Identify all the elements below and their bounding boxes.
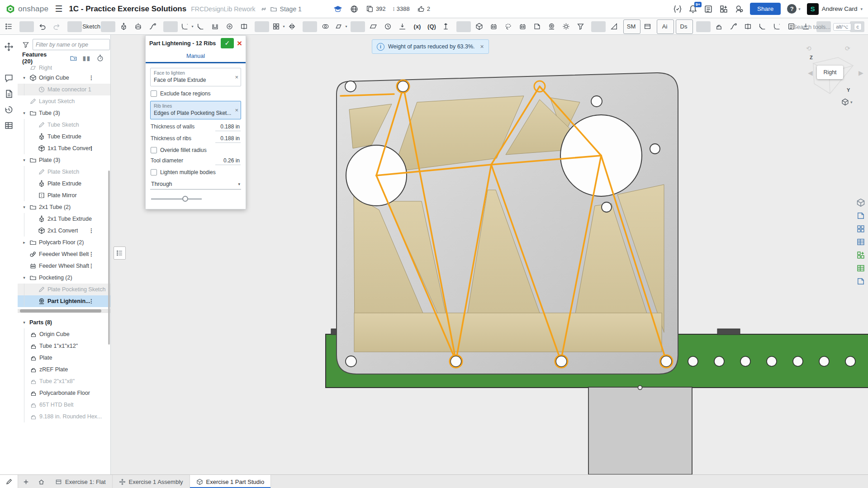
divider[interactable] [456,21,471,32]
toast-close-icon[interactable]: × [480,43,484,50]
expand-chevron[interactable]: ▾ [21,76,27,80]
user-menu[interactable]: S Andrew Card ▾ [807,3,863,15]
clear-selection-icon[interactable]: × [235,74,238,81]
new-folder-icon[interactable] [70,54,77,62]
likes-stat[interactable]: 2 [417,5,430,13]
notifications-bell[interactable]: 9+ [688,5,697,14]
learning-center-icon[interactable] [735,5,744,14]
insert-transform-icon[interactable] [4,42,14,52]
feature-item[interactable]: Tube Extrude [18,131,110,142]
exclude-face-regions-checkbox[interactable]: Exclude face regions [151,90,241,97]
override-fillet-radius-checkbox[interactable]: Overide fillet radius [151,147,241,153]
part-item[interactable]: Plate [18,352,110,364]
feature-item[interactable]: Feeder Wheel Shaft ⋮ [18,260,110,272]
sketch-button[interactable]: Sketch [84,20,99,33]
primitive-cube-icon[interactable] [473,20,488,33]
mirror-icon[interactable] [286,20,300,33]
feature-item[interactable]: ▾ Pocketing (2) [18,272,110,284]
divider[interactable] [696,21,711,32]
fillet-icon[interactable]: ▾ [180,20,194,33]
divider[interactable] [591,21,606,32]
feature-item[interactable]: ▾ Origin Cube ⋮ [18,72,110,84]
tab-exercise-1-part-studio[interactable]: Exercise 1 Part Studio [190,475,271,488]
bom-table-icon[interactable] [4,121,14,130]
feature-item[interactable]: Mate connector 1 [18,84,110,95]
mate-connector-icon[interactable] [440,20,454,33]
revolve-icon[interactable] [132,20,147,33]
tree-horizontal-scrollbar[interactable] [18,309,110,313]
checkbox[interactable] [151,169,157,175]
parts-header[interactable]: ▾ Parts (8) [18,317,110,328]
kebab-menu-icon[interactable]: ⋮ [89,227,94,234]
feature-item[interactable]: Right [18,64,110,72]
divider[interactable] [19,21,34,32]
history-icon[interactable] [4,105,14,114]
main-menu-icon[interactable]: ☰ [55,4,62,14]
expand-chevron[interactable]: ▾ [21,158,27,162]
opacity-slider[interactable] [151,195,202,203]
feature-item[interactable]: ▸ Polycarb Floor (2) [18,237,110,248]
filter-input[interactable] [33,39,110,50]
expand-chevron[interactable]: ▾ [21,111,27,115]
exploded-view-icon[interactable] [856,224,865,233]
feature-item[interactable]: Plate Pocketing Sketch [18,284,110,295]
breadcrumb[interactable]: Stage 1 [260,5,302,13]
feature-item[interactable]: ▾ Tube (3) [18,107,110,119]
configuration-panel-icon[interactable] [856,277,865,286]
share-button[interactable]: Share [750,3,781,15]
lighten-multiple-bodies-checkbox[interactable]: Lighten multiple bodies [151,169,241,175]
part-item[interactable]: Origin Cube [18,328,110,340]
tab-manual[interactable]: Manual [146,51,246,63]
commit-button[interactable]: ✓ [221,38,234,48]
rib-lines-field[interactable]: Rib lines Edges of Plate Pocketing Sket.… [150,101,241,119]
ai-badge[interactable]: Ai [657,19,674,34]
shell-icon[interactable] [209,20,223,33]
feature-item[interactable]: Part Lightenin... ⋮ [18,295,110,307]
cancel-button[interactable]: × [237,39,242,48]
extrude-icon[interactable] [118,20,132,33]
hole-icon[interactable] [223,20,238,33]
divider[interactable] [101,21,115,32]
depth-dropdown[interactable]: Through ▾ [150,181,241,190]
face-to-lighten-field[interactable]: Face to lighten Face of Plate Extrude × [150,68,241,86]
feature-item[interactable]: Plate Sketch [18,166,110,178]
belt-generator-icon[interactable] [517,20,531,33]
section-view-icon[interactable] [856,211,865,220]
release-notes-icon[interactable] [4,89,14,99]
expand-chevron[interactable]: ▾ [21,275,27,280]
add-tab-button[interactable] [18,475,33,488]
feature-item[interactable]: Tube Sketch [18,119,110,131]
feature-item[interactable]: ▾ Plate (3) [18,154,110,166]
release-tasks-icon[interactable] [704,5,713,14]
kebab-menu-icon[interactable]: ⋮ [89,251,94,257]
expand-chevron[interactable]: ▸ [21,240,27,245]
plate-generator-icon[interactable] [531,20,545,33]
named-views-icon[interactable] [856,237,865,246]
lightened-plate[interactable] [337,73,678,374]
base-flange-icon[interactable] [771,20,785,33]
dialog-header[interactable]: Part Lightening - 12 Ribs ✓ × [146,36,246,51]
undo-icon[interactable] [36,20,51,33]
expand-chevron[interactable]: ▾ [21,205,27,209]
lasso-select-icon[interactable] [502,20,517,33]
sheet-metal-table-icon[interactable] [641,20,656,33]
versions-history-icon[interactable] [673,5,682,14]
support-post[interactable] [588,386,692,475]
tab-exercise-1-assembly[interactable]: Exercise 1 Assembly [113,475,190,488]
feature-list-flyout-toggle[interactable] [114,246,126,260]
help-menu[interactable]: ? ▾ [787,4,801,14]
slider-track[interactable] [151,199,202,199]
rotate-ccw-icon[interactable]: ⟲ [806,45,811,52]
bend-icon[interactable] [727,20,742,33]
redo-icon[interactable] [51,20,65,33]
corner-icon[interactable] [756,20,771,33]
feature-item[interactable]: 2x1 Tube Extrude [18,213,110,225]
view-options-button[interactable]: ▾ [841,98,853,106]
comments-icon[interactable] [4,73,14,83]
rotate-right-icon[interactable]: ▶ [859,69,863,76]
feature-item[interactable]: 2x1 Convert ⋮ [18,225,110,237]
feature-item[interactable]: Layout Sketch [18,95,110,107]
public-icon[interactable] [350,5,359,14]
divider[interactable] [163,21,178,32]
checkbox[interactable] [151,90,157,97]
